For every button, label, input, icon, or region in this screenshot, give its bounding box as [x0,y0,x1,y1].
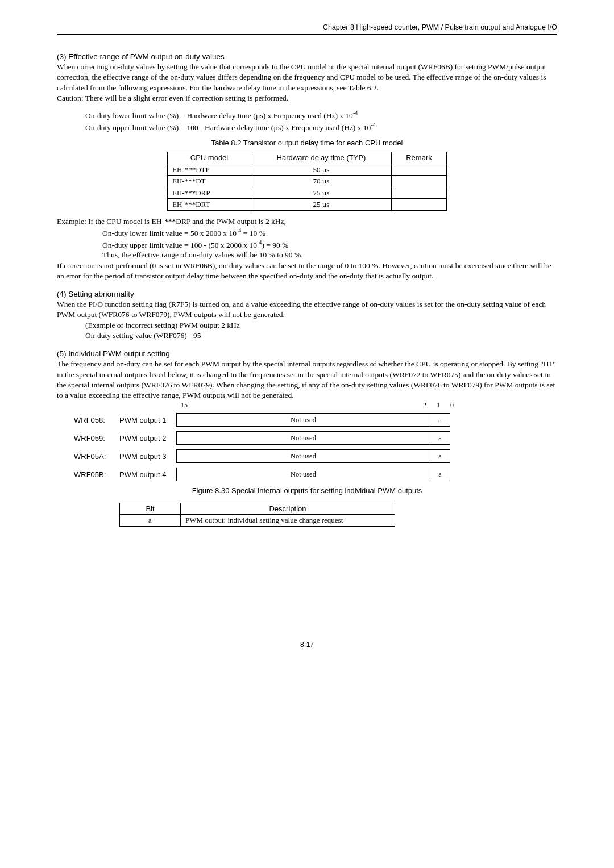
reg-row-wrf059: WRF059: PWM output 2 Not useda [74,431,557,445]
register-diagram: WRF058: PWM output 1 Not useda WRF059: P… [74,413,557,481]
th-description: Description [181,503,395,515]
reg-row-wrf05b: WRF05B: PWM output 4 Not useda [74,468,557,481]
delay-time-table: CPU model Hardware delay time (TYP) Rema… [167,152,447,211]
figure-8-30-caption: Figure 8.30 Special internal outputs for… [57,486,557,496]
example-conclusion: Thus, the effective range of on-duty val… [102,250,557,260]
reg-row-wrf05a: WRF05A: PWM output 3 Not useda [74,449,557,463]
section-3-p2: Caution: There will be a slight error ev… [57,93,557,103]
section-3-p1: When correcting on-duty values by settin… [57,62,557,93]
td-bit-a: a [120,515,181,527]
table-row: EH-***DTP50 µs [168,164,447,176]
bit-axis: 15 2 1 0 [177,400,455,410]
table-row: EH-***DRT25 µs [168,199,447,211]
td-desc-a: PWM output: individual setting value cha… [181,515,395,527]
table-8-2-caption: Table 8.2 Transistor output delay time f… [57,138,557,148]
formula-upper-exp: -4 [371,122,375,128]
example-upper: On-duty upper limit value = 100 - (50 x … [102,240,257,249]
section-4-title: (4) Setting abnormality [57,289,557,299]
section-5-title: (5) Individual PWM output setting [57,349,557,359]
chapter-header: Chapter 8 High-speed counter, PWM / Puls… [57,23,557,35]
th-remark: Remark [392,152,447,164]
formula-lower-exp: -4 [353,110,358,116]
table-row: EH-***DRP75 µs [168,187,447,199]
section-3-title: (3) Effective range of PWM output on-dut… [57,52,557,62]
example-lower: On-duty lower limit value = 50 x 2000 x … [102,228,237,237]
section-4-p1: When the PI/O function setting flag (R7F… [57,299,557,320]
section-3-p3: If correction is not performed (0 is set… [57,261,557,281]
table-row: EH-***DT70 µs [168,176,447,187]
th-delay: Hardware delay time (TYP) [251,152,392,164]
formula-upper: On-duty upper limit value (%) = 100 - Ha… [85,123,371,131]
section-4-p3: On-duty setting value (WRF076) - 95 [85,331,557,341]
example-intro: Example: If the CPU model is EH-***DRP a… [57,216,557,227]
section-4-p2: (Example of incorrect setting) PWM outpu… [85,320,557,331]
formula-lower: On-duty lower limit value (%) = Hardware… [85,111,353,119]
page-number: 8-17 [57,640,557,649]
bit-description-table: Bit Description a PWM output: individual… [119,503,395,527]
reg-row-wrf058: WRF058: PWM output 1 Not useda [74,413,557,427]
th-model: CPU model [168,152,251,164]
th-bit: Bit [120,503,181,515]
section-5-p1: The frequency and on-duty can be set for… [57,359,557,400]
